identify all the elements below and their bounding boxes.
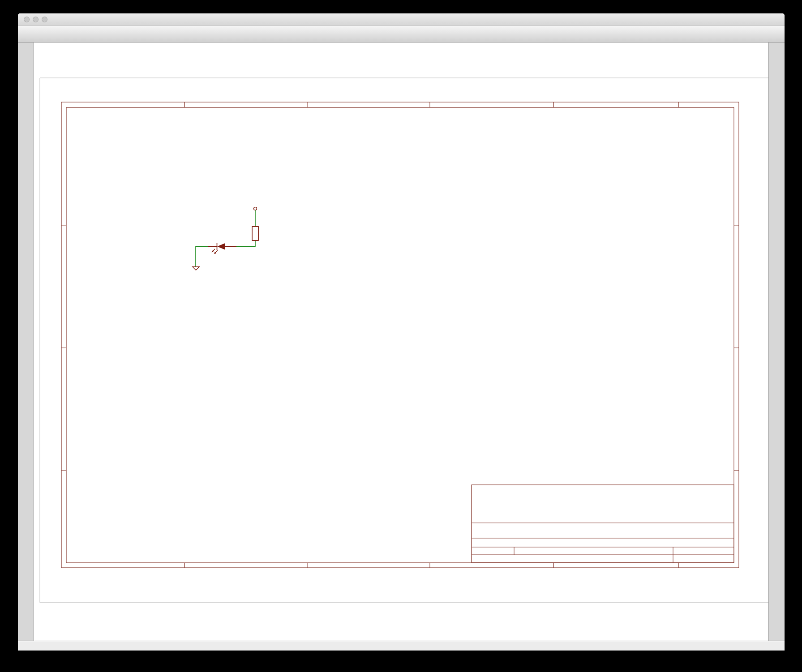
title-block [472,485,734,563]
zoom-window-button[interactable] [42,17,47,22]
desktop: { "window": { "title": "[ _module_a /Mod… [0,0,802,672]
status-bar [18,641,785,651]
vdd-power-symbol[interactable] [254,207,257,210]
schematic-circuit[interactable] [193,207,258,270]
left-toolbar [18,43,34,641]
eeschema-window [18,13,785,651]
resistor-symbol[interactable] [252,227,258,240]
schematic-sheet[interactable] [34,43,768,641]
main-area [18,43,785,641]
page-edge [40,78,768,603]
led-symbol[interactable] [212,243,226,254]
title-bar[interactable] [18,13,785,26]
minimize-button[interactable] [33,17,39,22]
wire[interactable] [196,210,255,267]
top-toolbar [18,26,785,43]
sheet-frame [61,102,739,568]
gnd-power-symbol[interactable] [193,267,199,270]
close-button[interactable] [24,17,30,22]
right-toolbar [768,43,785,641]
schematic-canvas[interactable] [34,43,768,641]
